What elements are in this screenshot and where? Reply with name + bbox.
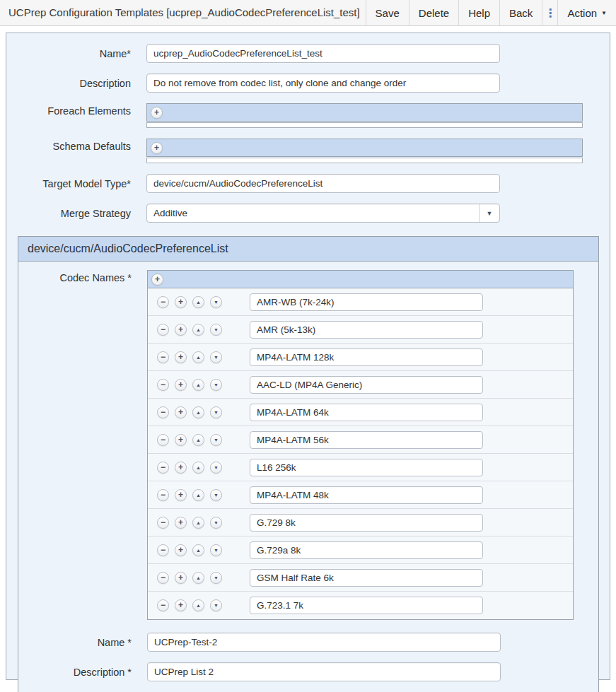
add-codec-button[interactable]: + — [175, 434, 187, 446]
arrow-down-icon: ▼ — [214, 300, 219, 305]
remove-codec-button[interactable]: − — [157, 379, 169, 391]
remove-codec-button[interactable]: − — [157, 489, 169, 501]
codec-name-input[interactable] — [250, 459, 483, 476]
codec-row: − + ▲ ▼ — [148, 426, 573, 454]
arrow-up-icon: ▲ — [196, 520, 201, 525]
move-codec-up-button[interactable]: ▲ — [192, 517, 204, 529]
move-codec-up-button[interactable]: ▲ — [192, 599, 204, 611]
add-codec-button[interactable]: + — [175, 351, 187, 363]
codec-name-input[interactable] — [250, 514, 483, 532]
move-codec-up-button[interactable]: ▲ — [192, 406, 204, 418]
remove-codec-button[interactable]: − — [157, 544, 169, 556]
move-codec-down-button[interactable]: ▼ — [210, 434, 222, 446]
codec-row: − + ▲ ▼ — [148, 564, 573, 592]
move-codec-down-button[interactable]: ▼ — [210, 462, 222, 474]
move-codec-down-button[interactable]: ▼ — [210, 544, 222, 556]
move-codec-down-button[interactable]: ▼ — [210, 572, 222, 584]
help-button[interactable]: Help — [458, 0, 499, 25]
add-codec-button[interactable]: + — [175, 517, 187, 529]
add-codec-button[interactable]: + — [175, 599, 187, 611]
move-codec-up-button[interactable]: ▲ — [192, 572, 204, 584]
add-codec-button[interactable]: + — [175, 462, 187, 474]
codec-name-input[interactable] — [250, 431, 483, 449]
description-input[interactable] — [146, 74, 500, 93]
add-codec-button[interactable]: + — [175, 379, 187, 391]
delete-button[interactable]: Delete — [409, 0, 458, 25]
arrow-up-icon: ▲ — [196, 410, 201, 415]
merge-strategy-select[interactable]: Additive ▼ — [146, 204, 500, 223]
field-row-merge-strategy: Merge Strategy Additive ▼ — [6, 204, 610, 223]
codec-row: − + ▲ ▼ — [148, 371, 573, 399]
add-codec-button[interactable]: + — [151, 274, 163, 286]
remove-codec-button[interactable]: − — [157, 517, 169, 529]
codec-rows-list: − + ▲ ▼ − + ▲ ▼ − + — [148, 288, 573, 619]
remove-codec-button[interactable]: − — [157, 599, 169, 611]
move-codec-up-button[interactable]: ▲ — [192, 324, 204, 336]
codec-row: − + ▲ ▼ — [148, 592, 573, 619]
add-codec-button[interactable]: + — [175, 544, 187, 556]
move-codec-down-button[interactable]: ▼ — [210, 517, 222, 529]
schema-defaults-add-bar: + — [146, 139, 583, 157]
add-codec-button[interactable]: + — [175, 296, 187, 308]
arrow-up-icon: ▲ — [196, 438, 201, 442]
back-button[interactable]: Back — [499, 0, 542, 25]
remove-codec-button[interactable]: − — [157, 406, 169, 418]
list-name-input[interactable] — [147, 633, 501, 652]
add-codec-button[interactable]: + — [175, 324, 187, 336]
arrow-up-icon: ▲ — [196, 300, 201, 305]
move-codec-down-button[interactable]: ▼ — [210, 296, 222, 308]
codec-name-input[interactable] — [250, 541, 483, 559]
save-button[interactable]: Save — [366, 0, 409, 25]
add-foreach-element-button[interactable]: + — [151, 107, 163, 119]
codec-row: − + ▲ ▼ — [148, 288, 573, 316]
plus-icon: + — [178, 463, 183, 471]
move-codec-down-button[interactable]: ▼ — [210, 599, 222, 611]
codec-name-input[interactable] — [250, 404, 483, 421]
move-codec-up-button[interactable]: ▲ — [192, 379, 204, 391]
codec-name-input[interactable] — [250, 348, 483, 366]
move-codec-up-button[interactable]: ▲ — [192, 351, 204, 363]
add-codec-button[interactable]: + — [175, 489, 187, 501]
codec-name-input[interactable] — [250, 321, 483, 339]
move-codec-down-button[interactable]: ▼ — [210, 324, 222, 336]
move-codec-down-button[interactable]: ▼ — [210, 489, 222, 501]
merge-strategy-value: Additive — [147, 208, 187, 218]
codec-name-input[interactable] — [250, 569, 483, 587]
target-model-type-input[interactable] — [146, 174, 500, 193]
codec-name-input[interactable] — [250, 376, 483, 394]
name-input[interactable] — [146, 44, 500, 63]
move-codec-up-button[interactable]: ▲ — [192, 544, 204, 556]
move-codec-down-button[interactable]: ▼ — [210, 351, 222, 363]
remove-codec-button[interactable]: − — [157, 462, 169, 474]
arrow-up-icon: ▲ — [196, 548, 201, 553]
move-codec-down-button[interactable]: ▼ — [210, 406, 222, 418]
codec-name-input[interactable] — [250, 597, 483, 614]
add-codec-button[interactable]: + — [175, 406, 187, 418]
move-codec-up-button[interactable]: ▲ — [192, 296, 204, 308]
arrow-up-icon: ▲ — [196, 575, 201, 580]
overflow-menu-icon[interactable]: ⋮ — [542, 0, 557, 25]
codec-name-input[interactable] — [250, 486, 483, 504]
caret-down-icon: ▼ — [601, 10, 607, 16]
list-description-input[interactable] — [147, 662, 501, 681]
minus-icon: − — [161, 435, 165, 444]
add-codec-button[interactable]: + — [175, 572, 187, 584]
remove-codec-button[interactable]: − — [157, 324, 169, 336]
codec-row: − + ▲ ▼ — [148, 509, 573, 536]
move-codec-down-button[interactable]: ▼ — [210, 379, 222, 391]
minus-icon: − — [161, 325, 165, 334]
codec-row: − + ▲ ▼ — [148, 481, 573, 509]
section-body: Codec Names * + − + ▲ ▼ − — [18, 262, 598, 692]
action-menu-button[interactable]: Action ▼ — [557, 0, 616, 25]
add-schema-default-button[interactable]: + — [151, 142, 163, 154]
remove-codec-button[interactable]: − — [157, 434, 169, 446]
remove-codec-button[interactable]: − — [157, 296, 169, 308]
remove-codec-button[interactable]: − — [157, 351, 169, 363]
codec-name-input[interactable] — [250, 293, 483, 311]
minus-icon: − — [161, 463, 165, 471]
move-codec-up-button[interactable]: ▲ — [192, 489, 204, 501]
move-codec-up-button[interactable]: ▲ — [192, 434, 204, 446]
arrow-up-icon: ▲ — [196, 465, 201, 470]
remove-codec-button[interactable]: − — [157, 572, 169, 584]
move-codec-up-button[interactable]: ▲ — [192, 462, 204, 474]
